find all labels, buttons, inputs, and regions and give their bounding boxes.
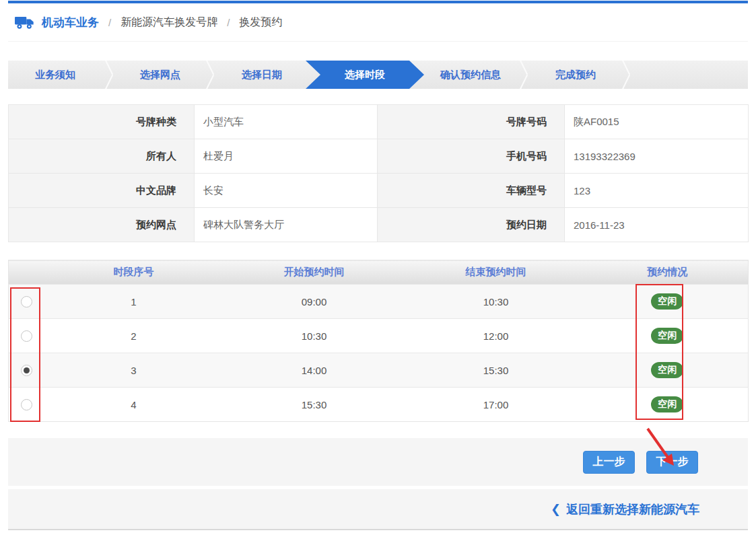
table-row: 中文品牌 长安 车辆型号 123 <box>9 174 749 208</box>
breadcrumb-separator: / <box>227 17 230 28</box>
info-value: 杜爱月 <box>195 139 378 174</box>
step-tabs: 业务须知 选择网点 选择日期 选择时段 确认预约信息 完成预约 <box>8 61 748 89</box>
slot-radio[interactable] <box>21 330 32 342</box>
chevron-separator-icon <box>102 61 117 89</box>
breadcrumb-item-current: 换发预约 <box>239 15 282 30</box>
back-link-label: 返回重新选择新能源汽车 <box>566 501 699 517</box>
breadcrumb: 机动车业务 / 新能源汽车换发号牌 / 换发预约 <box>8 3 748 42</box>
breadcrumb-separator: / <box>108 17 111 28</box>
table-header-row: 时段序号 开始预约时间 结束预约时间 预约情况 <box>9 260 749 285</box>
previous-step-button[interactable]: 上一步 <box>583 451 635 474</box>
slot-start-time: 15:30 <box>224 388 405 422</box>
radio-column-header <box>9 260 44 285</box>
col-header-start: 开始预约时间 <box>224 260 405 285</box>
table-row: 2 10:30 12:00 空闲 <box>9 319 749 353</box>
info-label: 手机号码 <box>378 139 565 174</box>
tab-complete[interactable]: 完成预约 <box>532 61 619 89</box>
slot-radio[interactable] <box>21 296 32 308</box>
timeslot-table: 时段序号 开始预约时间 结束预约时间 预约情况 1 09:00 10:30 空闲… <box>8 260 749 422</box>
table-row: 3 14:00 15:30 空闲 <box>9 353 749 388</box>
table-row: 1 09:00 10:30 空闲 <box>9 285 749 319</box>
tabbar-filler <box>634 61 748 89</box>
info-value: 小型汽车 <box>195 105 378 139</box>
vehicle-info-table: 号牌种类 小型汽车 号牌号码 陕AF0015 所有人 杜爱月 手机号码 1319… <box>8 104 749 242</box>
info-value: 陕AF0015 <box>565 105 749 139</box>
info-value: 13193322369 <box>565 139 749 174</box>
info-label: 车辆型号 <box>378 174 565 208</box>
status-badge: 空闲 <box>651 293 683 310</box>
slot-seq: 4 <box>44 388 224 422</box>
chevron-separator-icon <box>517 61 532 89</box>
status-badge: 空闲 <box>651 362 683 378</box>
info-label: 预约网点 <box>9 208 195 242</box>
info-label: 中文品牌 <box>9 174 195 208</box>
next-step-button[interactable]: 下一步 <box>646 451 698 474</box>
back-panel: ❮ 返回重新选择新能源汽车 <box>8 489 748 530</box>
slot-radio[interactable] <box>21 365 32 376</box>
slot-end-time: 10:30 <box>405 285 587 319</box>
col-header-status: 预约情况 <box>587 260 749 285</box>
info-value: 123 <box>565 174 749 208</box>
slot-seq: 1 <box>44 285 224 319</box>
info-label: 号牌号码 <box>378 105 565 139</box>
breadcrumb-item-plate-replacement[interactable]: 新能源汽车换发号牌 <box>121 15 217 30</box>
info-label: 号牌种类 <box>9 105 195 139</box>
col-header-seq: 时段序号 <box>44 260 224 285</box>
tab-business-notice[interactable]: 业务须知 <box>8 61 102 89</box>
breadcrumb-item-vehicle-services[interactable]: 机动车业务 <box>42 15 99 30</box>
slot-start-time: 10:30 <box>224 319 405 353</box>
truck-icon <box>15 14 35 30</box>
slot-end-time: 17:00 <box>405 388 587 422</box>
table-row: 号牌种类 小型汽车 号牌号码 陕AF0015 <box>9 105 749 139</box>
chevron-separator-icon <box>203 61 218 89</box>
info-value: 长安 <box>195 174 378 208</box>
tab-select-date[interactable]: 选择日期 <box>218 61 306 89</box>
table-row: 4 15:30 17:00 空闲 <box>9 388 749 422</box>
col-header-end: 结束预约时间 <box>405 260 587 285</box>
slot-start-time: 09:00 <box>224 285 405 319</box>
info-value: 碑林大队警务大厅 <box>195 208 378 242</box>
tab-select-branch[interactable]: 选择网点 <box>117 61 203 89</box>
tab-confirm-info[interactable]: 确认预约信息 <box>424 61 517 89</box>
slot-radio[interactable] <box>21 399 32 410</box>
slot-seq: 3 <box>44 353 224 388</box>
back-to-vehicle-selection-link[interactable]: ❮ 返回重新选择新能源汽车 <box>551 501 699 517</box>
status-badge: 空闲 <box>651 396 683 412</box>
actions-panel: 上一步 下一步 <box>8 438 748 486</box>
slot-end-time: 15:30 <box>405 353 587 388</box>
info-label: 预约日期 <box>378 208 565 242</box>
info-value: 2016-11-23 <box>565 208 749 242</box>
slot-seq: 2 <box>44 319 224 353</box>
status-badge: 空闲 <box>651 328 683 344</box>
table-row: 预约网点 碑林大队警务大厅 预约日期 2016-11-23 <box>9 208 749 242</box>
tab-select-timeslot[interactable]: 选择时段 <box>306 61 424 89</box>
chevron-separator-icon <box>619 61 634 89</box>
info-label: 所有人 <box>9 139 195 174</box>
chevron-left-icon: ❮ <box>551 502 561 517</box>
table-row: 所有人 杜爱月 手机号码 13193322369 <box>9 139 749 174</box>
slot-start-time: 14:00 <box>224 353 405 388</box>
slot-end-time: 12:00 <box>405 319 587 353</box>
